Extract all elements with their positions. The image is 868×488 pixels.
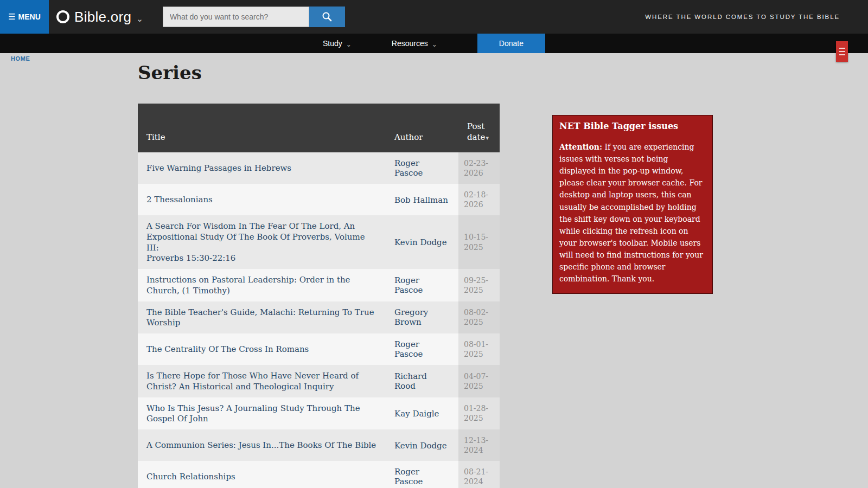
author-cell: Kevin Dodge xyxy=(386,215,458,269)
series-title-link[interactable]: 2 Thessalonians xyxy=(146,195,213,204)
table-row: The Centrality Of The Cross In RomansRog… xyxy=(138,333,500,365)
ribbon-line xyxy=(839,48,845,49)
chevron-down-icon: ⌄ xyxy=(432,41,437,48)
series-title-link[interactable]: A Communion Series: Jesus In...The Books… xyxy=(146,440,376,450)
series-title-cell: The Bible Teacher's Guide, Malachi: Retu… xyxy=(138,301,386,334)
post-date-cell: 02-18-2026 xyxy=(458,184,500,215)
series-title-link[interactable]: Church Relationships xyxy=(146,472,235,481)
series-table: Title Author Post date▾ Five Warning Pas… xyxy=(138,104,500,488)
author-link[interactable]: Richard Rood xyxy=(394,371,450,391)
table-header-row: Title Author Post date▾ xyxy=(138,104,500,152)
post-date-cell: 12-13-2024 xyxy=(458,429,500,461)
author-link[interactable]: Kay Daigle xyxy=(394,409,439,419)
column-header-title[interactable]: Title xyxy=(138,104,386,152)
net-bible-tagger-alert: NET Bible Tagger issues Attention: If yo… xyxy=(552,115,713,294)
author-link[interactable]: Roger Pascoe xyxy=(394,158,450,178)
author-cell: Richard Rood xyxy=(386,365,458,397)
series-title-link[interactable]: The Bible Teacher's Guide, Malachi: Retu… xyxy=(146,307,374,328)
ribbon-line xyxy=(839,54,845,55)
post-date-cell: 09-25-2025 xyxy=(458,269,500,301)
table-row: 2 ThessaloniansBob Hallman02-18-2026 xyxy=(138,184,500,215)
series-title-cell: Five Warning Passages in Hebrews xyxy=(138,152,386,184)
main-nav: Study ⌄ Resources ⌄ Donate xyxy=(0,34,868,53)
menu-label: MENU xyxy=(18,12,41,21)
nav-item-study[interactable]: Study ⌄ xyxy=(323,39,352,48)
hamburger-icon: ☰ xyxy=(8,12,15,22)
series-title-cell: Who Is This Jesus? A Journaling Study Th… xyxy=(138,397,386,430)
search-icon xyxy=(322,11,333,22)
page-title: Series xyxy=(138,62,202,84)
nav-study-label: Study xyxy=(323,39,342,48)
series-title-link[interactable]: The Centrality Of The Cross In Romans xyxy=(146,344,309,354)
author-link[interactable]: Kevin Dodge xyxy=(394,237,447,247)
post-date-cell: 08-21-2024 xyxy=(458,461,500,488)
post-date-cell: 01-28-2025 xyxy=(458,397,500,430)
search-input[interactable] xyxy=(163,7,309,27)
search-button[interactable] xyxy=(309,7,345,27)
alert-body-text: If you are experiencing issues with vers… xyxy=(559,143,703,283)
ribbon-line xyxy=(839,51,845,52)
site-tagline: WHERE THE WORLD COMES TO STUDY THE BIBLE xyxy=(645,14,840,20)
author-cell: Kevin Dodge xyxy=(386,429,458,461)
table-row: A Communion Series: Jesus In...The Books… xyxy=(138,429,500,461)
nav-item-resources[interactable]: Resources ⌄ xyxy=(392,39,437,48)
menu-button[interactable]: ☰ MENU xyxy=(0,0,49,34)
series-title-cell: A Search For Wisdom In The Fear Of The L… xyxy=(138,215,386,269)
series-title-cell: The Centrality Of The Cross In Romans xyxy=(138,333,386,365)
alert-body: Attention: If you are experiencing issue… xyxy=(559,141,706,285)
series-title-cell: A Communion Series: Jesus In...The Books… xyxy=(138,429,386,461)
post-date-label: Post date xyxy=(467,121,485,142)
donate-button[interactable]: Donate xyxy=(477,34,545,53)
series-title-cell: Church Relationships xyxy=(138,461,386,488)
author-link[interactable]: Gregory Brown xyxy=(394,307,450,327)
author-cell: Roger Pascoe xyxy=(386,269,458,301)
bible-org-logo-icon xyxy=(56,10,69,23)
site-logo[interactable]: Bible.org ⌄ xyxy=(56,9,143,25)
author-cell: Roger Pascoe xyxy=(386,461,458,488)
series-title-cell: 2 Thessalonians xyxy=(138,184,386,215)
post-date-cell: 08-02-2025 xyxy=(458,301,500,334)
author-cell: Roger Pascoe xyxy=(386,152,458,184)
post-date-cell: 04-07-2025 xyxy=(458,365,500,397)
author-cell: Bob Hallman xyxy=(386,184,458,215)
author-link[interactable]: Roger Pascoe xyxy=(394,275,450,295)
author-cell: Gregory Brown xyxy=(386,301,458,334)
series-title-link[interactable]: Is There Hope for Those Who Have Never H… xyxy=(146,371,359,391)
chevron-down-icon: ⌄ xyxy=(136,14,143,24)
search-bar xyxy=(163,7,345,27)
author-link[interactable]: Roger Pascoe xyxy=(394,339,450,359)
sort-desc-icon: ▾ xyxy=(486,134,489,142)
author-cell: Roger Pascoe xyxy=(386,333,458,365)
nav-resources-label: Resources xyxy=(392,39,428,48)
page: ☰ MENU Bible.org ⌄ WHERE THE WORLD COMES… xyxy=(0,0,868,488)
post-date-cell: 08-01-2025 xyxy=(458,333,500,365)
series-title-cell: Instructions on Pastoral Leadership: Ord… xyxy=(138,269,386,301)
table-row: A Search For Wisdom In The Fear Of The L… xyxy=(138,215,500,269)
breadcrumb-home-link[interactable]: HOME xyxy=(11,55,30,62)
post-date-cell: 02-23-2026 xyxy=(458,152,500,184)
table-row: Instructions on Pastoral Leadership: Ord… xyxy=(138,269,500,301)
series-title-link[interactable]: Who Is This Jesus? A Journaling Study Th… xyxy=(146,403,360,424)
table-row: Five Warning Passages in HebrewsRoger Pa… xyxy=(138,152,500,184)
alert-title: NET Bible Tagger issues xyxy=(559,121,706,131)
column-header-author[interactable]: Author xyxy=(386,104,458,152)
series-title-link[interactable]: Five Warning Passages in Hebrews xyxy=(146,163,291,173)
table-row: Is There Hope for Those Who Have Never H… xyxy=(138,365,500,397)
author-cell: Kay Daigle xyxy=(386,397,458,430)
table-row: Church RelationshipsRoger Pascoe08-21-20… xyxy=(138,461,500,488)
chevron-down-icon: ⌄ xyxy=(346,41,352,48)
series-title-cell: Is There Hope for Those Who Have Never H… xyxy=(138,365,386,397)
series-title-link[interactable]: Instructions on Pastoral Leadership: Ord… xyxy=(146,275,350,296)
column-header-post-date[interactable]: Post date▾ xyxy=(458,104,500,152)
red-bookmark-tab[interactable] xyxy=(836,41,848,62)
post-date-cell: 10-15-2025 xyxy=(458,215,500,269)
brand-name: Bible.org xyxy=(74,9,131,25)
series-title-link[interactable]: A Search For Wisdom In The Fear Of The L… xyxy=(146,221,365,263)
table-row: Who Is This Jesus? A Journaling Study Th… xyxy=(138,397,500,430)
author-link[interactable]: Kevin Dodge xyxy=(394,441,447,451)
author-link[interactable]: Bob Hallman xyxy=(394,195,448,205)
attention-label: Attention: xyxy=(559,143,602,151)
top-header: ☰ MENU Bible.org ⌄ WHERE THE WORLD COMES… xyxy=(0,0,868,34)
author-link[interactable]: Roger Pascoe xyxy=(394,467,450,486)
table-row: The Bible Teacher's Guide, Malachi: Retu… xyxy=(138,301,500,334)
